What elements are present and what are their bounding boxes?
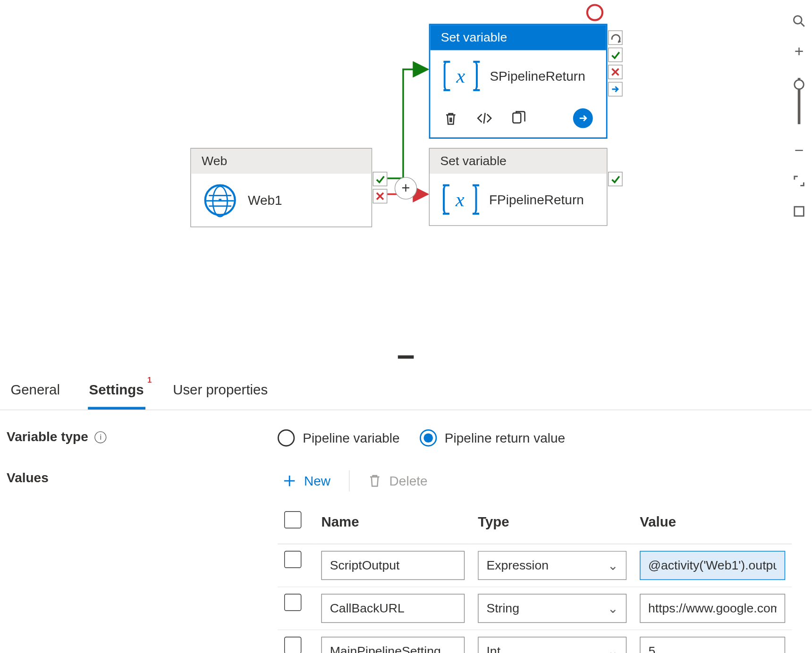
zoom-in-icon[interactable]: + [791,43,807,59]
table-row: Expression⌄ [278,544,792,587]
name-input[interactable] [321,637,465,653]
activity-name: FPipelineReturn [489,192,584,207]
settings-panel: Variable type i Pipeline variable Pipeli… [7,429,792,653]
port-skip[interactable] [608,82,623,97]
values-label: Values [7,470,278,486]
column-name: Name [314,503,471,544]
svg-point-5 [794,16,802,24]
chevron-down-icon: ⌄ [608,644,618,653]
delete-button[interactable]: Delete [363,471,433,491]
variable-type-label: Variable type i [7,429,278,444]
zoom-slider[interactable] [798,78,801,124]
activity-set-variable-f[interactable]: Set variable x FPipelineReturn [429,148,608,226]
variable-icon: x [443,61,478,91]
activity-type-label: Set variable [430,25,606,50]
info-icon[interactable]: i [95,431,107,443]
zoom-out-icon[interactable]: − [791,142,807,159]
tab-general[interactable]: General [9,375,61,410]
port-failure[interactable] [373,189,388,203]
type-select[interactable]: Expression⌄ [478,551,626,580]
fit-icon[interactable] [791,173,807,189]
radio-pipeline-variable[interactable]: Pipeline variable [278,429,400,446]
column-value: Value [633,503,792,544]
port-failure[interactable] [608,65,623,79]
activity-name: SPipelineReturn [490,68,585,84]
canvas-tool-rail: + − [787,13,812,219]
search-icon[interactable] [791,13,807,29]
tab-badge: 1 [147,375,152,385]
value-input[interactable] [640,551,785,580]
code-icon[interactable] [476,112,492,125]
go-icon[interactable] [573,109,593,128]
copy-icon[interactable] [511,111,525,126]
select-all-checkbox[interactable] [284,511,301,528]
activity-set-variable-s[interactable]: Set variable x SPipelineReturn [429,24,608,139]
activity-type-label: Set variable [430,149,607,174]
chevron-down-icon: ⌄ [608,601,618,616]
row-checkbox[interactable] [284,594,301,611]
row-checkbox[interactable] [284,637,301,653]
row-checkbox[interactable] [284,551,301,568]
port-success[interactable] [373,172,388,186]
fullscreen-icon[interactable] [791,203,807,219]
globe-icon [204,184,236,216]
new-button[interactable]: New [278,471,336,491]
settings-tabs: General Settings 1 User properties [0,370,812,410]
type-select[interactable]: Int⌄ [478,637,626,653]
table-row: Int⌄ [278,630,792,653]
type-select[interactable]: String⌄ [478,594,626,623]
port-completion[interactable] [608,30,623,45]
activity-name: Web1 [248,193,282,208]
column-type: Type [471,503,633,544]
panel-divider[interactable] [398,355,414,359]
port-success[interactable] [608,48,623,62]
port-success[interactable] [608,172,623,186]
name-input[interactable] [321,551,465,580]
activity-type-label: Web [191,149,372,174]
delete-icon[interactable] [443,111,458,126]
value-input[interactable] [640,637,785,653]
validation-marker [586,4,603,21]
activity-web[interactable]: Web Web1 [190,148,372,227]
variable-icon: x [443,184,477,215]
add-activity-node[interactable]: + [395,177,417,200]
tab-user-properties[interactable]: User properties [171,375,269,410]
toolbar-divider [349,470,349,492]
table-row: String⌄ [278,587,792,630]
pipeline-canvas[interactable]: Web Web1 + Set variable x SPipelineRetur… [0,0,812,357]
svg-rect-2 [513,113,521,123]
tab-settings[interactable]: Settings 1 [88,375,145,410]
value-input[interactable] [640,594,785,623]
values-table: Name Type Value Expression⌄String⌄Int⌄Ar… [278,503,792,653]
radio-pipeline-return-value[interactable]: Pipeline return value [420,429,565,446]
name-input[interactable] [321,594,465,623]
svg-rect-6 [795,207,804,216]
chevron-down-icon: ⌄ [608,558,618,573]
